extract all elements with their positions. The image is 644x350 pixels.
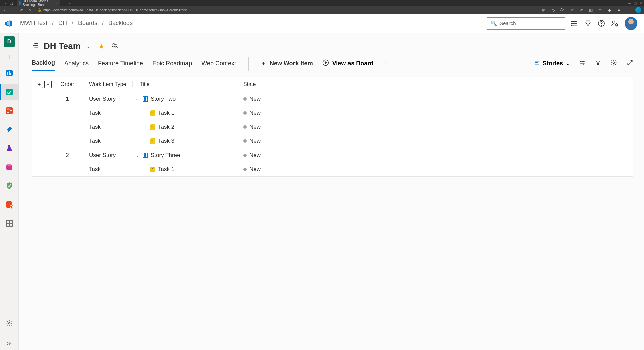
window-minimize-icon[interactable]: — [628, 1, 631, 5]
sync-icon[interactable]: ⟳ [579, 8, 584, 12]
nav-compliance[interactable] [0, 178, 19, 194]
tab-actions-icon[interactable]: ▢ [9, 1, 13, 5]
nav-settings[interactable] [0, 315, 19, 331]
back-button[interactable]: ← [3, 7, 8, 13]
view-as-board-button[interactable]: View as Board [322, 59, 374, 72]
cell-title[interactable]: Task 1 [132, 166, 226, 173]
tab-dropdown-icon[interactable]: ⌄ [68, 1, 72, 5]
help-icon[interactable] [598, 20, 605, 27]
cell-title[interactable]: Task 3 [132, 138, 226, 144]
new-item-button[interactable]: + [4, 52, 15, 62]
tab-divider [248, 57, 249, 71]
nav-artifacts[interactable] [0, 159, 19, 175]
main-content: DH Team ⌄ ★ Backlog Analytics Feature Ti… [19, 33, 644, 350]
favorite-star-icon[interactable]: ★ [98, 42, 104, 50]
tab-overview-icon[interactable]: ▭ [2, 1, 6, 5]
cell-state: New [240, 138, 293, 144]
state-dot-icon [243, 139, 247, 143]
window-maximize-icon[interactable]: ▢ [634, 1, 637, 5]
cell-type: Task [89, 138, 132, 144]
expand-all-button[interactable]: + [36, 81, 43, 88]
search-input[interactable]: 🔍 Search [487, 17, 565, 30]
nav-dashboards[interactable] [0, 215, 19, 231]
nav-boards[interactable] [0, 84, 19, 100]
tab-feature-timeline[interactable]: Feature Timeline [98, 60, 143, 71]
side-panel-toggle-icon[interactable] [32, 42, 39, 51]
bing-chat-icon[interactable] [635, 7, 641, 13]
browser-tab[interactable]: DH Team Stories Backlog - Boar... × [17, 0, 60, 6]
address-bar[interactable]: 🔒 https://dev.azure.com/MWITTest/DH/_bac… [38, 8, 188, 12]
table-row[interactable]: TaskTask 1New [32, 106, 633, 120]
table-row[interactable]: TaskTask 1New [32, 162, 633, 176]
more-actions-icon[interactable]: ⋮ [383, 59, 389, 71]
expand-row-icon[interactable]: ⌄ [135, 153, 140, 158]
crumb-area[interactable]: Boards [78, 20, 97, 27]
extension-icon[interactable]: ◆ [607, 8, 612, 12]
nav-wiki[interactable] [0, 196, 19, 213]
task-icon [150, 138, 155, 144]
col-state[interactable]: State [240, 81, 293, 88]
crumb-page[interactable]: Backlogs [108, 20, 133, 27]
team-members-icon[interactable] [111, 42, 118, 50]
cell-title[interactable]: ⌄Story Two [132, 96, 226, 102]
new-tab-button[interactable]: + [60, 1, 68, 5]
crumb-project[interactable]: DH [58, 20, 67, 27]
url-text: https://dev.azure.com/MWITTest/DH/_backl… [43, 8, 188, 12]
user-settings-icon[interactable] [611, 20, 619, 27]
nav-overview[interactable] [0, 65, 19, 81]
filter-icon[interactable] [595, 60, 601, 71]
col-order[interactable]: Order [52, 81, 89, 88]
tab-web-context[interactable]: Web Context [201, 60, 236, 71]
col-type[interactable]: Work Item Type [89, 81, 132, 88]
cell-title[interactable]: Task 2 [132, 124, 226, 130]
expand-row-icon[interactable]: ⌄ [135, 97, 140, 101]
refresh-button[interactable]: ⟳ [19, 7, 24, 13]
nav-test-plans[interactable] [0, 140, 19, 156]
azure-devops-logo[interactable] [4, 19, 13, 28]
split-icon[interactable]: ▥ [588, 8, 593, 12]
window-close-icon[interactable]: ✕ [639, 1, 642, 5]
project-avatar[interactable]: D [4, 36, 15, 47]
azure-devops-icon [5, 19, 13, 27]
cell-title[interactable]: ⌄Story Three [132, 152, 226, 159]
fullscreen-icon[interactable] [627, 59, 633, 72]
cell-title[interactable]: Task 1 [132, 110, 226, 116]
favorites-bar-icon[interactable]: ✩ [598, 8, 602, 12]
read-aloud-icon[interactable]: Aᵃ [560, 8, 565, 12]
table-row[interactable]: 2User Story⌄Story ThreeNew [32, 148, 633, 162]
col-title[interactable]: Title [132, 81, 226, 88]
shopping-icon[interactable]: ◇ [551, 8, 555, 12]
tab-backlog[interactable]: Backlog [32, 59, 55, 71]
zoom-icon[interactable]: ⊕ [541, 8, 546, 12]
nav-pipelines[interactable] [0, 121, 19, 137]
home-button[interactable]: ⌂ [27, 7, 32, 13]
team-dropdown-icon[interactable]: ⌄ [86, 44, 90, 49]
team-name: DH Team [44, 41, 81, 51]
tab-epic-roadmap[interactable]: Epic Roadmap [152, 60, 192, 71]
favorite-icon[interactable]: ☆ [570, 8, 574, 12]
crumb-org[interactable]: MWITTest [20, 20, 47, 27]
column-options-icon[interactable] [579, 59, 586, 72]
table-row[interactable]: TaskTask 2New [32, 120, 633, 134]
collapse-all-button[interactable]: − [44, 81, 52, 88]
table-row[interactable]: TaskTask 3New [32, 134, 633, 148]
team-selector-row: DH Team ⌄ ★ [32, 41, 633, 51]
nav-expand[interactable]: ≫ [0, 337, 19, 350]
svg-rect-13 [10, 73, 11, 75]
tab-analytics[interactable]: Analytics [64, 60, 89, 71]
more-icon[interactable]: ⋯ [626, 8, 631, 12]
settings-icon[interactable] [610, 59, 617, 72]
new-work-item-button[interactable]: ＋ New Work Item [261, 60, 313, 71]
nav-repos[interactable] [0, 103, 19, 119]
forward-button[interactable]: → [11, 7, 16, 13]
work-items-icon[interactable] [571, 20, 578, 27]
marketplace-icon[interactable] [584, 20, 592, 27]
avatar[interactable] [625, 17, 637, 30]
tab-close-icon[interactable]: × [56, 1, 58, 5]
table-row[interactable]: 1User Story⌄Story TwoNew [32, 92, 633, 106]
header-right: 🔍 Search [487, 17, 637, 30]
backlog-level-selector[interactable]: Stories ⌄ [534, 60, 570, 71]
cell-type: Task [89, 110, 132, 116]
profile-icon[interactable]: ● [616, 8, 621, 12]
svg-point-33 [113, 43, 114, 45]
